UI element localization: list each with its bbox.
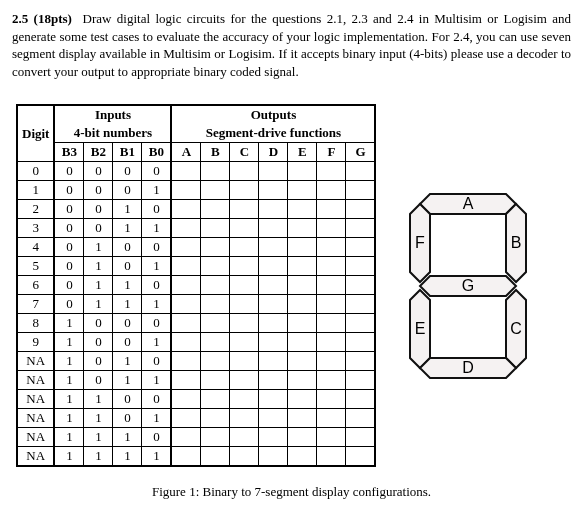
- cell-b3: 0: [54, 162, 84, 181]
- cell-f: [317, 352, 346, 371]
- cell-d: [259, 257, 288, 276]
- cell-g: [346, 276, 376, 295]
- cell-b3: 0: [54, 200, 84, 219]
- cell-f: [317, 390, 346, 409]
- cell-b2: 1: [84, 257, 113, 276]
- cell-e: [288, 219, 317, 238]
- cell-b: [201, 333, 230, 352]
- cell-g: [346, 238, 376, 257]
- cell-digit: NA: [17, 409, 54, 428]
- cell-b1: 0: [113, 238, 142, 257]
- cell-b: [201, 200, 230, 219]
- cell-e: [288, 428, 317, 447]
- cell-g: [346, 200, 376, 219]
- cell-e: [288, 200, 317, 219]
- cell-g: [346, 162, 376, 181]
- cell-a: [171, 295, 201, 314]
- cell-digit: 5: [17, 257, 54, 276]
- cell-c: [230, 333, 259, 352]
- h-b3: B3: [54, 143, 84, 162]
- cell-f: [317, 219, 346, 238]
- cell-f: [317, 162, 346, 181]
- cell-a: [171, 276, 201, 295]
- cell-f: [317, 428, 346, 447]
- table-row: 91001: [17, 333, 375, 352]
- cell-b3: 1: [54, 390, 84, 409]
- cell-a: [171, 447, 201, 467]
- cell-g: [346, 428, 376, 447]
- cell-b: [201, 181, 230, 200]
- h-b1: B1: [113, 143, 142, 162]
- cell-b2: 1: [84, 409, 113, 428]
- cell-digit: NA: [17, 447, 54, 467]
- h-e: E: [288, 143, 317, 162]
- table-row: NA1010: [17, 352, 375, 371]
- cell-digit: 0: [17, 162, 54, 181]
- cell-b0: 1: [142, 181, 172, 200]
- h-d: D: [259, 143, 288, 162]
- cell-e: [288, 390, 317, 409]
- cell-d: [259, 181, 288, 200]
- h-f: F: [317, 143, 346, 162]
- cell-a: [171, 428, 201, 447]
- h-a: A: [171, 143, 201, 162]
- cell-b: [201, 162, 230, 181]
- cell-a: [171, 409, 201, 428]
- cell-g: [346, 333, 376, 352]
- cell-b2: 1: [84, 276, 113, 295]
- cell-a: [171, 314, 201, 333]
- cell-f: [317, 371, 346, 390]
- segment-c-label: C: [511, 320, 523, 337]
- cell-b3: 1: [54, 352, 84, 371]
- cell-b1: 1: [113, 428, 142, 447]
- cell-d: [259, 333, 288, 352]
- cell-digit: 8: [17, 314, 54, 333]
- cell-b: [201, 371, 230, 390]
- cell-b2: 0: [84, 333, 113, 352]
- cell-b0: 1: [142, 333, 172, 352]
- cell-b3: 1: [54, 409, 84, 428]
- cell-c: [230, 181, 259, 200]
- cell-b1: 0: [113, 390, 142, 409]
- cell-b0: 0: [142, 276, 172, 295]
- cell-b: [201, 257, 230, 276]
- cell-b3: 0: [54, 238, 84, 257]
- cell-b2: 1: [84, 295, 113, 314]
- table-row: 20010: [17, 200, 375, 219]
- table-row: 81000: [17, 314, 375, 333]
- col-outputs-sub: Segment-drive functions: [171, 124, 375, 143]
- cell-g: [346, 295, 376, 314]
- cell-b3: 1: [54, 447, 84, 467]
- cell-d: [259, 314, 288, 333]
- cell-c: [230, 295, 259, 314]
- cell-f: [317, 181, 346, 200]
- table-row: 70111: [17, 295, 375, 314]
- cell-b2: 0: [84, 181, 113, 200]
- segment-g-label: G: [462, 277, 474, 294]
- cell-c: [230, 447, 259, 467]
- table-row: 00000: [17, 162, 375, 181]
- cell-b1: 0: [113, 314, 142, 333]
- cell-b: [201, 390, 230, 409]
- cell-b: [201, 238, 230, 257]
- cell-e: [288, 238, 317, 257]
- cell-a: [171, 371, 201, 390]
- cell-d: [259, 200, 288, 219]
- cell-b2: 1: [84, 447, 113, 467]
- cell-e: [288, 409, 317, 428]
- cell-b1: 0: [113, 181, 142, 200]
- table-row: 50101: [17, 257, 375, 276]
- cell-e: [288, 447, 317, 467]
- question-body: Draw digital logic circuits for the ques…: [12, 11, 571, 79]
- cell-b1: 1: [113, 276, 142, 295]
- cell-b0: 0: [142, 314, 172, 333]
- cell-digit: 4: [17, 238, 54, 257]
- cell-g: [346, 314, 376, 333]
- cell-d: [259, 162, 288, 181]
- cell-a: [171, 162, 201, 181]
- cell-b0: 1: [142, 409, 172, 428]
- cell-d: [259, 219, 288, 238]
- table-row: NA1100: [17, 390, 375, 409]
- cell-e: [288, 276, 317, 295]
- question-points: (18pts): [34, 11, 72, 26]
